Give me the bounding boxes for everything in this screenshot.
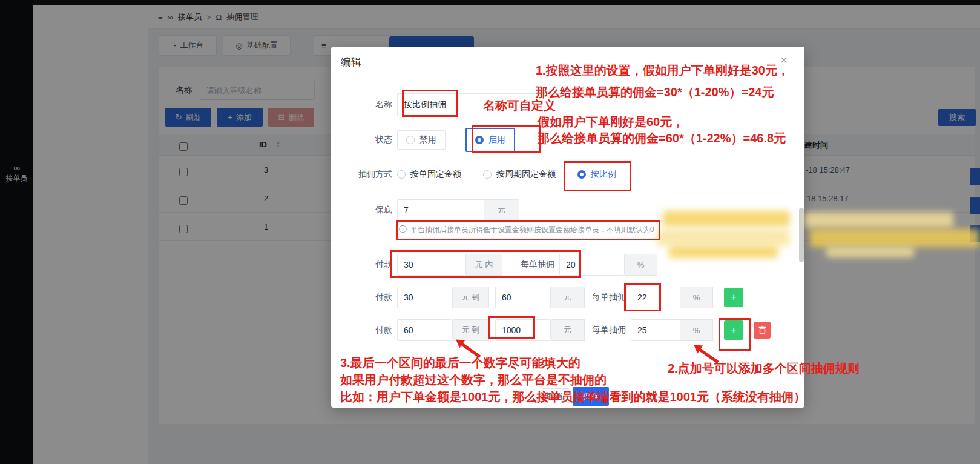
tier3-rate-input[interactable] bbox=[631, 319, 680, 341]
unit-within-addon: 元 内 bbox=[466, 254, 502, 276]
tier-row-1: 付款 元 内 每单抽佣 % bbox=[338, 254, 657, 276]
add-tier-button[interactable]: + bbox=[724, 320, 743, 340]
app-window: » ⌂首页 ▤订单 ⊞业务 ∞接单员 Ω用户 ◉财务 ◪营销 ◔渠道 ⚙设置 管… bbox=[0, 0, 980, 464]
tier3-max-input[interactable] bbox=[495, 319, 551, 341]
method-label: 抽佣方式 bbox=[338, 169, 392, 180]
censor-blur bbox=[810, 229, 979, 247]
percent-addon: % bbox=[680, 319, 713, 341]
tier1-rate-input[interactable] bbox=[559, 254, 625, 276]
add-tier-button[interactable]: + bbox=[724, 288, 743, 307]
unit-to-addon: 元 到 bbox=[453, 287, 489, 308]
method-field-row: 抽佣方式 按单固定金额 按周期固定金额 按比例 bbox=[338, 165, 616, 184]
tier-row-2: 付款 元 到 元 每单抽佣 % + bbox=[338, 287, 743, 308]
unit-addon: 元 bbox=[484, 199, 519, 221]
floor-note: ⓘ 平台抽佣后接单员所得低于设置金额则按设置金额给接单员，不填则默认为0 bbox=[399, 224, 654, 235]
tier3-min-input[interactable] bbox=[397, 319, 453, 341]
status-field-row: 状态 禁用 启用 bbox=[338, 127, 515, 153]
trash-icon bbox=[758, 326, 766, 334]
censor-blur bbox=[826, 247, 914, 257]
method-by-ratio-radio[interactable]: 按比例 bbox=[577, 169, 616, 180]
pay-label: 付款 bbox=[338, 259, 392, 270]
name-label: 名称 bbox=[338, 99, 392, 110]
tier2-rate-input[interactable] bbox=[631, 287, 680, 308]
tier2-min-input[interactable] bbox=[397, 287, 453, 308]
tier1-max-input[interactable] bbox=[397, 254, 466, 276]
modal-scrollbar[interactable] bbox=[799, 208, 804, 262]
unit-addon: 元 bbox=[551, 319, 585, 341]
status-disabled-radio[interactable]: 禁用 bbox=[397, 130, 446, 150]
censor-blur bbox=[663, 211, 790, 227]
info-icon: ⓘ bbox=[399, 224, 407, 235]
censor-blur bbox=[805, 212, 953, 228]
annotation-note1-top: 1.按照这里的设置，假如用户下单刚好是30元，那么给接单员算的佣金=30*（1-… bbox=[536, 59, 789, 103]
radio-icon bbox=[406, 136, 415, 144]
floor-field-row: 保底 元 bbox=[338, 199, 519, 221]
pay-label: 付款 bbox=[338, 325, 392, 336]
rate-label: 每单抽佣 bbox=[592, 325, 626, 336]
censor-blur bbox=[657, 229, 790, 246]
pay-label: 付款 bbox=[338, 292, 392, 303]
floor-label: 保底 bbox=[338, 205, 392, 216]
status-enabled-radio[interactable]: 启用 bbox=[465, 128, 515, 152]
tier-row-3: 付款 元 到 元 每单抽佣 % + bbox=[338, 319, 771, 341]
tier2-max-input[interactable] bbox=[495, 287, 551, 308]
radio-selected-icon bbox=[475, 136, 484, 144]
modal-title: 编辑 bbox=[341, 55, 361, 69]
status-label: 状态 bbox=[338, 134, 392, 145]
method-fixed-per-period-radio[interactable]: 按周期固定金额 bbox=[483, 169, 556, 180]
annotation-note1-bottom: 假如用户下单刚好是60元，那么给接单员算的佣金=60*（1-22%）=46.8元 bbox=[538, 114, 786, 147]
censor-blur bbox=[669, 246, 778, 258]
delete-tier-button[interactable] bbox=[754, 322, 771, 339]
percent-addon: % bbox=[680, 287, 713, 308]
floor-input[interactable] bbox=[397, 199, 484, 221]
annotation-name-note: 名称可自定义 bbox=[483, 97, 556, 114]
percent-addon: % bbox=[625, 254, 657, 276]
radio-icon bbox=[397, 170, 406, 179]
method-fixed-per-order-radio[interactable]: 按单固定金额 bbox=[397, 169, 461, 180]
radio-selected-icon bbox=[577, 170, 586, 179]
radio-icon bbox=[483, 170, 492, 179]
unit-addon: 元 bbox=[551, 287, 585, 308]
rate-label: 每单抽佣 bbox=[592, 292, 626, 303]
annotation-note3: 3.最后一个区间的最后一个数字尽可能填大的如果用户付款超过这个数字，那么平台是不… bbox=[340, 354, 806, 405]
rate-label: 每单抽佣 bbox=[521, 259, 554, 270]
